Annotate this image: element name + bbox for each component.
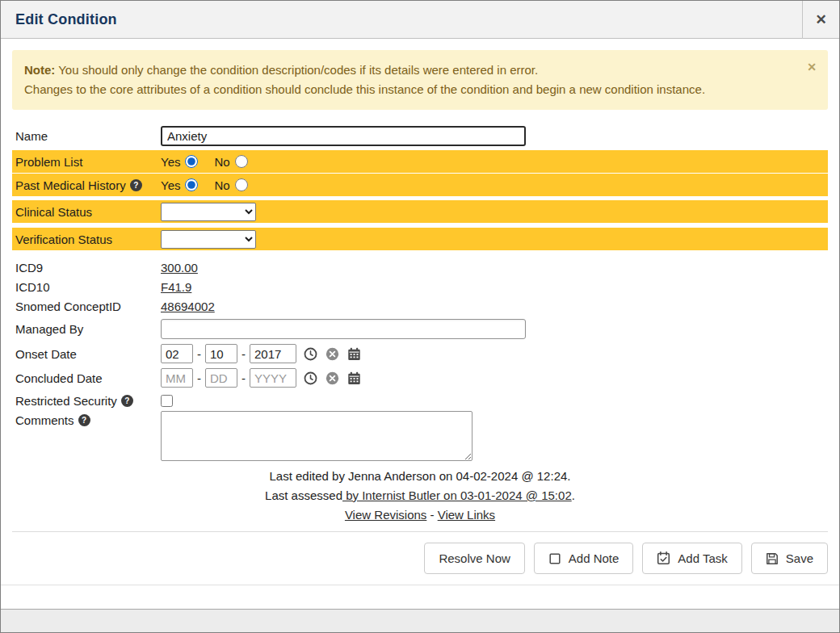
name-label: Name xyxy=(12,129,161,143)
comments-row: Comments ? xyxy=(12,411,828,461)
managed-by-label-text: Managed By xyxy=(15,322,83,336)
name-label-text: Name xyxy=(15,129,48,143)
modal-body: Note: You should only change the conditi… xyxy=(1,39,839,585)
snomed-label-text: Snomed ConceptID xyxy=(15,300,121,313)
icd9-label-text: ICD9 xyxy=(15,261,43,275)
pmh-yes-radio[interactable] xyxy=(185,178,198,191)
last-assessed-link[interactable]: by Internist Butler on 03-01-2024 @ 15:0… xyxy=(342,488,572,502)
problem-list-no-label: No xyxy=(214,155,229,169)
clock-icon[interactable] xyxy=(303,346,318,362)
onset-date-label: Onset Date xyxy=(12,347,161,361)
close-icon[interactable]: ✕ xyxy=(802,1,839,39)
edit-condition-modal: Edit Condition ✕ Note: You should only c… xyxy=(1,1,839,610)
calendar-icon[interactable] xyxy=(346,371,362,386)
name-input[interactable] xyxy=(161,126,526,146)
help-icon[interactable]: ? xyxy=(121,395,133,407)
past-medical-history-row: Past Medical History ? Yes No xyxy=(12,174,828,196)
modal-header: Edit Condition ✕ xyxy=(1,1,839,39)
save-label: Save xyxy=(786,551,813,565)
add-note-label: Add Note xyxy=(569,551,620,565)
page-background xyxy=(1,610,839,632)
pmh-no-label: No xyxy=(214,178,229,192)
view-links-line: View Revisions - View Links xyxy=(12,505,828,525)
verification-status-select[interactable] xyxy=(161,230,256,249)
footer-divider xyxy=(12,531,828,532)
save-button[interactable]: Save xyxy=(751,543,828,574)
modal-footer xyxy=(1,585,839,609)
clear-date-icon[interactable] xyxy=(325,371,340,386)
onset-day-input[interactable] xyxy=(205,344,237,363)
footer-button-row: Resolve Now Add Note Add Task xyxy=(12,543,828,574)
concluded-date-label-text: Concluded Date xyxy=(15,371,103,385)
problem-list-row: Problem List Yes No xyxy=(12,150,828,173)
date-separator: - xyxy=(197,371,201,385)
calendar-check-icon xyxy=(657,551,670,565)
links-separator: - xyxy=(430,508,435,522)
concluded-month-input[interactable] xyxy=(161,368,193,388)
restricted-security-label-text: Restricted Security xyxy=(15,394,117,408)
clinical-status-select[interactable] xyxy=(161,203,256,221)
onset-date-label-text: Onset Date xyxy=(15,347,77,361)
icd10-label-text: ICD10 xyxy=(15,280,50,294)
comments-textarea[interactable] xyxy=(161,411,472,461)
past-medical-history-label-text: Past Medical History xyxy=(15,178,126,192)
last-assessed-prefix: Last assessed xyxy=(265,488,342,502)
concluded-year-input[interactable] xyxy=(250,368,296,388)
save-icon xyxy=(766,552,779,565)
problem-list-no-radio[interactable] xyxy=(235,155,248,168)
last-assessed-line: Last assessed by Internist Butler on 03-… xyxy=(12,486,828,505)
icd9-link[interactable]: 300.00 xyxy=(161,261,198,275)
note-banner: Note: You should only change the conditi… xyxy=(12,50,828,110)
icd9-row: ICD9 300.00 xyxy=(12,258,828,277)
clear-date-icon[interactable] xyxy=(325,346,340,362)
snomed-link[interactable]: 48694002 xyxy=(161,300,215,313)
verification-status-label: Verification Status xyxy=(12,233,161,246)
last-assessed-suffix: . xyxy=(572,488,575,502)
restricted-security-checkbox[interactable] xyxy=(161,395,173,407)
managed-by-row: Managed By xyxy=(12,316,828,342)
view-revisions-link[interactable]: View Revisions xyxy=(345,508,426,522)
icd10-link[interactable]: F41.9 xyxy=(161,280,191,294)
note-line1: Note: You should only change the conditi… xyxy=(24,61,796,80)
onset-date-row: Onset Date - - xyxy=(12,342,828,366)
icd9-label: ICD9 xyxy=(12,261,161,275)
verification-status-label-text: Verification Status xyxy=(15,233,112,246)
problem-list-yes-label: Yes xyxy=(161,155,180,169)
pmh-yes-label: Yes xyxy=(161,178,180,192)
clinical-status-row: Clinical Status xyxy=(12,200,828,223)
view-links-link[interactable]: View Links xyxy=(438,508,495,522)
snomed-label: Snomed ConceptID xyxy=(12,300,161,313)
icd10-label: ICD10 xyxy=(12,280,161,294)
clock-icon[interactable] xyxy=(303,371,318,386)
add-note-button[interactable]: Add Note xyxy=(534,543,634,574)
managed-by-input[interactable] xyxy=(161,319,526,339)
note-line2: Changes to the core attributes of a cond… xyxy=(24,80,796,99)
clinical-status-label: Clinical Status xyxy=(12,205,161,219)
resolve-now-button[interactable]: Resolve Now xyxy=(424,543,524,574)
restricted-security-row: Restricted Security ? xyxy=(12,390,828,411)
note-dismiss-icon[interactable]: ✕ xyxy=(807,61,817,73)
calendar-icon[interactable] xyxy=(346,346,362,362)
help-icon[interactable]: ? xyxy=(130,179,142,191)
concluded-day-input[interactable] xyxy=(205,368,237,388)
snomed-row: Snomed ConceptID 48694002 xyxy=(12,296,828,316)
last-edited-text: Last edited by Jenna Anderson on 04-02-2… xyxy=(12,467,828,486)
clinical-status-label-text: Clinical Status xyxy=(15,205,92,219)
managed-by-label: Managed By xyxy=(12,322,161,336)
name-row: Name xyxy=(12,124,828,147)
concluded-date-label: Concluded Date xyxy=(12,371,161,385)
problem-list-label: Problem List xyxy=(12,155,161,169)
add-task-button[interactable]: Add Task xyxy=(642,543,741,574)
date-separator: - xyxy=(197,347,201,361)
past-medical-history-label: Past Medical History ? xyxy=(12,178,161,192)
verification-status-row: Verification Status xyxy=(12,228,828,250)
problem-list-yes-radio[interactable] xyxy=(185,155,198,168)
pmh-no-radio[interactable] xyxy=(235,178,248,191)
comments-label: Comments ? xyxy=(12,411,161,427)
modal-title: Edit Condition xyxy=(1,11,117,28)
onset-year-input[interactable] xyxy=(250,344,296,363)
help-icon[interactable]: ? xyxy=(78,414,90,426)
date-separator: - xyxy=(242,371,246,385)
onset-month-input[interactable] xyxy=(161,344,193,363)
meta-block: Last edited by Jenna Anderson on 04-02-2… xyxy=(12,467,828,525)
